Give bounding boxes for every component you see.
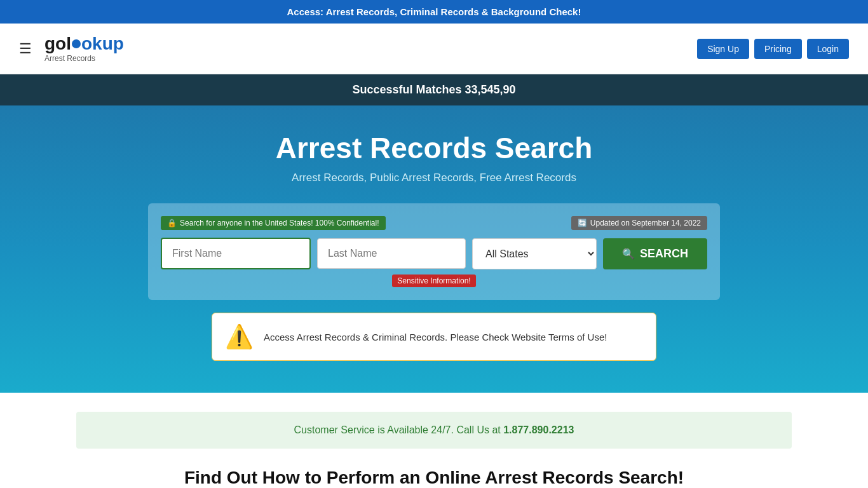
logo-part2: okup (81, 34, 124, 53)
search-icon (622, 247, 635, 261)
hamburger-icon[interactable]: ☰ (19, 41, 32, 57)
lock-icon (167, 219, 177, 227)
customer-service-bar: Customer Service is Available 24/7. Call… (76, 412, 792, 449)
search-button[interactable]: SEARCH (603, 238, 707, 269)
sensitive-badge: Sensitive Information! (392, 274, 475, 287)
logo-subtitle: Arrest Records (44, 54, 95, 63)
stats-bar: Successful Matches 33,545,90 (0, 74, 868, 105)
logo-text: golokup (44, 35, 124, 53)
logo: golokup Arrest Records (44, 35, 124, 63)
signup-button[interactable]: Sign Up (697, 39, 749, 59)
content-section: Find Out How to Perform an Online Arrest… (85, 468, 783, 488)
hero-title: Arrest Records Search (13, 131, 855, 165)
updated-badge: Updated on September 14, 2022 (571, 216, 707, 230)
search-btn-label: SEARCH (640, 247, 688, 261)
search-fields: All States Alabama Alaska Arizona Califo… (161, 238, 707, 269)
state-select[interactable]: All States Alabama Alaska Arizona Califo… (472, 238, 597, 269)
confidential-text: Search for anyone in the United States! … (180, 219, 379, 227)
refresh-icon (578, 219, 587, 227)
cs-text: Customer Service is Available 24/7. Call… (294, 424, 501, 435)
stats-label: Successful Matches (352, 83, 461, 96)
hero-section: Arrest Records Search Arrest Records, Pu… (0, 105, 868, 393)
warning-icon: ⚠️ (225, 323, 254, 350)
header-right: Sign Up Pricing Login (697, 39, 849, 59)
logo-eye-icon (72, 39, 81, 48)
first-name-input[interactable] (161, 238, 311, 269)
logo-part1: gol (44, 34, 71, 53)
cs-phone: 1.877.890.2213 (503, 424, 574, 435)
updated-text: Updated on September 14, 2022 (590, 219, 701, 227)
top-banner-text: Access: Arrest Records, Criminal Records… (287, 6, 581, 17)
header: ☰ golokup Arrest Records Sign Up Pricing… (0, 24, 868, 74)
content-heading: Find Out How to Perform an Online Arrest… (110, 468, 758, 488)
top-banner: Access: Arrest Records, Criminal Records… (0, 0, 868, 24)
warning-text: Access Arrest Records & Criminal Records… (264, 332, 607, 342)
last-name-input[interactable] (317, 238, 466, 269)
warning-notice: ⚠️ Access Arrest Records & Criminal Reco… (212, 313, 656, 361)
search-container: Search for anyone in the United States! … (148, 203, 720, 300)
pricing-button[interactable]: Pricing (754, 39, 802, 59)
cs-bar-wrapper: Customer Service is Available 24/7. Call… (0, 412, 868, 449)
search-meta: Search for anyone in the United States! … (161, 216, 707, 230)
stats-count: 33,545,90 (465, 83, 516, 96)
login-button[interactable]: Login (807, 39, 849, 59)
header-left: ☰ golokup Arrest Records (19, 35, 124, 63)
confidential-badge: Search for anyone in the United States! … (161, 216, 386, 230)
hero-subtitle: Arrest Records, Public Arrest Records, F… (13, 172, 855, 184)
